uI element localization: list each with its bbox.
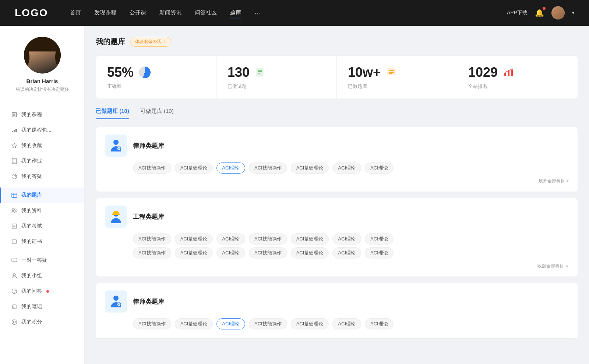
sidebar-item-myexam[interactable]: 我的考试	[0, 218, 84, 234]
sidebar-label: 我的答疑	[21, 173, 42, 180]
expand-link[interactable]: 展开全部科目 >	[133, 176, 569, 186]
sidebar-label: 我的笔记	[21, 303, 42, 310]
tag-item[interactable]: ACI基础理论	[291, 318, 329, 329]
tag-item[interactable]: ACI技能操作	[249, 247, 287, 258]
star-icon	[11, 142, 18, 149]
sidebar-item-myqa[interactable]: ? 我的答疑	[0, 169, 84, 184]
tag-item[interactable]: ACI基础理论	[175, 233, 213, 245]
tag-item[interactable]: ACI基础理论	[291, 233, 329, 245]
sidebar-label: 我的收藏	[21, 142, 42, 149]
tag-item[interactable]: ACI理论	[365, 233, 394, 245]
sidebar-item-mycert[interactable]: 我的证书	[0, 234, 84, 249]
sidebar-label: 我的问答	[21, 288, 42, 295]
tag-row-1: ACI技能操作 ACI基础理论 ACI理论 ACI技能操作 ACI基础理论 AC…	[133, 233, 569, 245]
bell-icon: 🔔	[535, 9, 544, 17]
tag-item-active[interactable]: ACI理论	[216, 163, 245, 174]
tag-item[interactable]: ACI基础理论	[291, 163, 329, 174]
sidebar-item-myquestionbank[interactable]: 我的题库	[0, 188, 84, 203]
bank-title: 律师类题库	[133, 142, 164, 150]
nav-opencourse[interactable]: 公开课	[130, 8, 146, 18]
svg-rect-46	[112, 214, 120, 215]
nav-news[interactable]: 新闻资讯	[159, 8, 181, 18]
stat-done-questions: 130 已做试题	[216, 56, 337, 99]
tag-item[interactable]: ACI理论	[365, 318, 394, 329]
done-banks-label: 已做题库	[348, 83, 446, 90]
tag-item[interactable]: ACI技能操作	[249, 233, 287, 245]
tag-item[interactable]: ACI理论	[365, 163, 394, 174]
header-right: APP下载 🔔 ▾	[507, 6, 574, 19]
lawyer2-icon	[105, 290, 127, 313]
tag-item[interactable]: ACI技能操作	[133, 247, 171, 258]
question-icon: ?	[11, 288, 18, 295]
sidebar-item-mycoursepack[interactable]: 我的课程包...	[0, 122, 84, 138]
stats-section: 55% 正确率 130	[96, 56, 578, 99]
sidebar-item-1to1qa[interactable]: 一对一答疑	[0, 253, 84, 268]
tag-item[interactable]: ACI理论	[216, 233, 245, 245]
sidebar-item-mycourse[interactable]: 我的课程	[0, 107, 84, 122]
tag-item[interactable]: ACI基础理论	[175, 247, 213, 258]
svg-text:?: ?	[14, 175, 16, 179]
avatar[interactable]	[551, 6, 565, 19]
tag-item[interactable]: ACI理论	[332, 318, 361, 329]
nav-questionbank[interactable]: 题库	[230, 8, 241, 18]
engineer-icon	[105, 206, 127, 228]
notification-bell[interactable]: 🔔	[535, 8, 544, 17]
page-header: 我的题库 体验剩余23天！	[96, 37, 578, 47]
nav-qa[interactable]: 问答社区	[195, 8, 217, 18]
sidebar-label: 我的小组	[21, 272, 42, 279]
svg-point-18	[15, 209, 16, 210]
nav-discover[interactable]: 发现课程	[94, 8, 116, 18]
app-download-button[interactable]: APP下载	[507, 10, 528, 16]
user-menu-chevron-icon[interactable]: ▾	[572, 10, 574, 15]
list-icon	[385, 66, 398, 79]
tag-row-2: ACI技能操作 ACI基础理论 ACI理论 ACI技能操作 ACI基础理论 AC…	[133, 247, 569, 258]
sidebar-item-mycollect[interactable]: 我的收藏	[0, 138, 84, 153]
sidebar-item-mydata[interactable]: 我的资料	[0, 203, 84, 218]
main-nav: 首页 发现课程 公开课 新闻资讯 问答社区 题库 ···	[70, 8, 507, 18]
data-icon	[11, 207, 18, 214]
bank-title: 工程类题库	[133, 213, 164, 221]
svg-rect-41	[511, 70, 513, 76]
collapse-link[interactable]: 收起全部科目 ∧	[133, 261, 569, 271]
svg-rect-6	[15, 129, 17, 132]
nav-more[interactable]: ···	[254, 8, 261, 18]
stat-ranking: 1029 全站排名	[457, 56, 578, 99]
tag-item[interactable]: ACI技能操作	[249, 318, 287, 329]
sidebar-item-mynotes[interactable]: 我的笔记	[0, 299, 84, 314]
tag-item[interactable]: ACI理论	[216, 247, 245, 258]
stat-done-banks: 10w+ 已做题库	[337, 56, 457, 99]
tag-item[interactable]: ACI理论	[332, 247, 361, 258]
tag-item[interactable]: ACI理论	[332, 163, 361, 174]
tag-item[interactable]: ACI技能操作	[249, 163, 287, 174]
svg-rect-22	[12, 240, 17, 243]
tag-item[interactable]: ACI基础理论	[175, 163, 213, 174]
notification-badge	[543, 7, 546, 10]
sidebar-item-myhomework[interactable]: 我的作业	[0, 153, 84, 169]
tag-row: ACI技能操作 ACI基础理论 ACI理论 ACI技能操作 ACI基础理论 AC…	[133, 318, 569, 329]
sidebar-label: 我的题库	[21, 192, 42, 199]
sidebar-item-myquestion[interactable]: ? 我的问答	[0, 283, 84, 299]
tag-item-active[interactable]: ACI理论	[216, 318, 245, 329]
notes-icon	[11, 303, 18, 310]
bank-card-header: 工程类题库	[96, 198, 578, 233]
course-icon	[11, 111, 18, 118]
tag-item[interactable]: ACI理论	[332, 233, 361, 245]
tag-item[interactable]: ACI基础理论	[175, 318, 213, 329]
nav-home[interactable]: 首页	[70, 8, 81, 18]
tab-done[interactable]: 已做题库 (10)	[96, 108, 129, 119]
accuracy-label: 正确率	[107, 83, 205, 90]
sidebar-item-mypoints[interactable]: 我的积分	[0, 314, 84, 330]
qa-icon: ?	[11, 173, 18, 180]
tag-item[interactable]: ACI基础理论	[291, 247, 329, 258]
trial-badge: 体验剩余23天！	[130, 37, 171, 47]
sidebar-item-mygroup[interactable]: 我的小组	[0, 268, 84, 283]
svg-rect-5	[14, 130, 15, 132]
questionbank-icon	[11, 192, 18, 199]
tag-item[interactable]: ACI理论	[365, 247, 394, 258]
tab-todo[interactable]: 可做题库 (10)	[140, 108, 174, 119]
tag-item[interactable]: ACI技能操作	[133, 163, 171, 174]
sidebar-label: 我的资料	[21, 207, 42, 214]
tag-row: ACI技能操作 ACI基础理论 ACI理论 ACI技能操作 ACI基础理论 AC…	[133, 163, 569, 174]
tag-item[interactable]: ACI技能操作	[133, 233, 171, 245]
tag-item[interactable]: ACI技能操作	[133, 318, 171, 329]
